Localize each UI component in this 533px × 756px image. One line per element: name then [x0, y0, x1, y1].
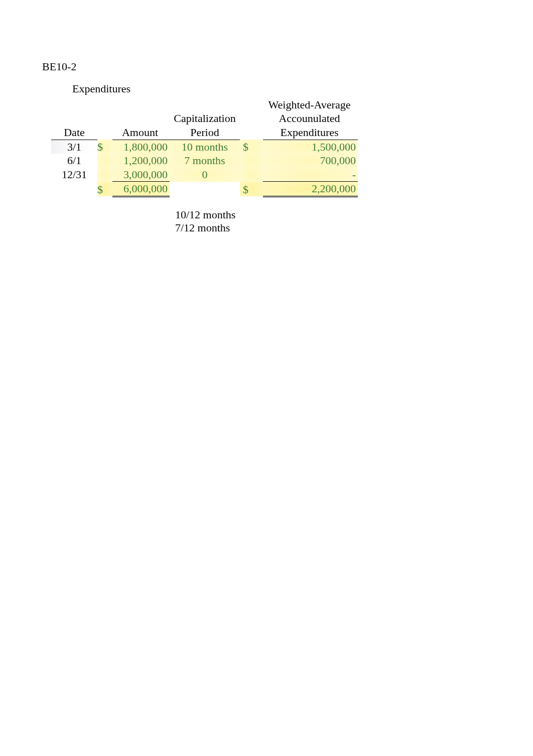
cell-currency: $ — [240, 140, 263, 154]
total-amount: 6,000,000 — [112, 182, 170, 197]
cell-period: 7 months — [170, 154, 240, 168]
cell-amount: 1,800,000 — [112, 140, 170, 154]
cell-currency — [240, 154, 263, 168]
table-row: 6/1 1,200,000 7 months 700,000 — [51, 154, 358, 168]
cell-currency — [97, 168, 112, 182]
document-page: BE10-2 Expenditures Weighted-Average Cap… — [0, 0, 533, 235]
note-line: 10/12 months — [175, 208, 533, 221]
total-wavg: 2,200,000 — [263, 182, 358, 197]
table-header-row: Date Amount Period Expenditures — [51, 126, 358, 140]
header-wavg-line2: Accounulated — [263, 112, 358, 125]
cell-date: 3/1 — [51, 140, 97, 154]
header-date: Date — [51, 126, 97, 140]
expenditures-table: Weighted-Average Capitalization Accounul… — [51, 98, 358, 197]
cell-amount: 3,000,000 — [112, 168, 170, 182]
cell-wavg: - — [263, 168, 358, 182]
cell-period: 0 — [170, 168, 240, 182]
cell-amount: 1,200,000 — [112, 154, 170, 168]
table-header-row: Weighted-Average — [51, 98, 358, 112]
note-line: 7/12 months — [175, 221, 533, 234]
table-header-row: Capitalization Accounulated — [51, 112, 358, 125]
header-period-line2: Period — [170, 126, 240, 140]
cell-currency — [240, 168, 263, 182]
total-currency: $ — [97, 182, 112, 197]
cell-wavg: 700,000 — [263, 154, 358, 168]
table-row: 3/1 $ 1,800,000 10 months $ 1,500,000 — [51, 140, 358, 154]
table-total-row: $ 6,000,000 $ 2,200,000 — [51, 182, 358, 197]
cell-date: 12/31 — [51, 168, 97, 182]
cell-date: 6/1 — [51, 154, 97, 168]
table-row: 12/31 3,000,000 0 - — [51, 168, 358, 182]
expenditures-heading: Expenditures — [72, 82, 533, 95]
total-currency: $ — [240, 182, 263, 197]
header-wavg-line3: Expenditures — [263, 126, 358, 140]
cell-period: 10 months — [170, 140, 240, 154]
cell-currency — [97, 154, 112, 168]
header-amount: Amount — [112, 126, 170, 140]
cell-currency: $ — [97, 140, 112, 154]
notes-block: 10/12 months 7/12 months — [175, 208, 533, 235]
problem-title: BE10-2 — [42, 60, 533, 73]
header-period-line1: Capitalization — [170, 112, 240, 125]
header-wavg-line1: Weighted-Average — [263, 98, 358, 112]
cell-wavg: 1,500,000 — [263, 140, 358, 154]
